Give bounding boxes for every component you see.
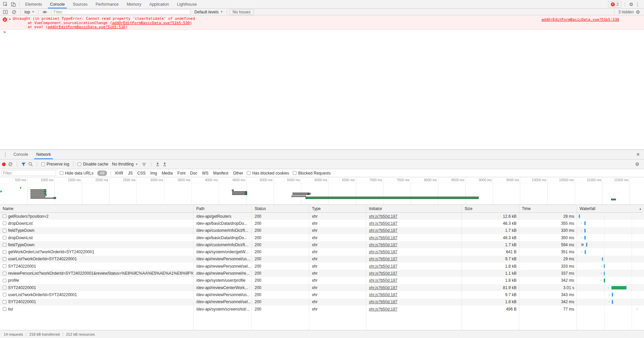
- cell-path[interactable]: /dev-api/reviewCenterWork...: [194, 284, 252, 291]
- cell-path[interactable]: /dev-api/system/order/getW...: [194, 248, 252, 255]
- cell-type[interactable]: xhr: [309, 227, 366, 234]
- request-row[interactable]: reviewPersonList?workOrderId=SYT24022000…: [0, 270, 644, 277]
- cell-status[interactable]: 200: [252, 227, 309, 234]
- initiator-link[interactable]: xhr.js?b50d:187: [369, 257, 397, 261]
- cell-initiator[interactable]: xhr.js?b50d:187: [366, 263, 462, 270]
- column-header-initiator[interactable]: Initiator: [366, 205, 462, 212]
- cell-time[interactable]: 343 ms: [519, 291, 577, 298]
- live-expression-eye-button[interactable]: [41, 9, 49, 15]
- column-header-waterfall[interactable]: Waterfall ▲: [577, 205, 644, 212]
- cell-initiator[interactable]: xhr.js?b50d:187: [366, 248, 462, 255]
- initiator-link[interactable]: xhr.js?b50d:187: [369, 235, 397, 240]
- cell-status[interactable]: 200: [252, 234, 309, 241]
- device-toolbar-button[interactable]: [9, 0, 17, 8]
- column-header-time[interactable]: Time: [519, 205, 577, 212]
- row-checkbox[interactable]: [3, 293, 6, 296]
- cell-time[interactable]: 594 ms: [519, 241, 577, 248]
- cell-status[interactable]: 200: [252, 298, 309, 306]
- throttling-selector[interactable]: No throttling ▼: [111, 162, 140, 166]
- cell-waterfall[interactable]: [577, 306, 644, 313]
- cell-size[interactable]: 46.3 kB: [462, 220, 519, 227]
- type-filter-item[interactable]: Img: [150, 171, 157, 176]
- cell-initiator[interactable]: xhr.js?b50d:187: [366, 220, 462, 227]
- console-prompt[interactable]: >: [0, 30, 644, 35]
- cell-initiator[interactable]: xhr.js?b50d:187: [366, 241, 462, 248]
- initiator-link[interactable]: xhr.js?b50d:187: [369, 264, 397, 269]
- cell-waterfall[interactable]: [577, 241, 644, 248]
- cell-initiator[interactable]: xhr.js?b50d:187: [366, 270, 462, 277]
- cell-size[interactable]: 9.7 kB: [462, 256, 519, 263]
- request-row[interactable]: fieldTypeDown /dev-api/customerInfoDict/…: [0, 227, 644, 234]
- row-checkbox[interactable]: [3, 300, 6, 304]
- cell-name[interactable]: dropDownList: [0, 220, 194, 227]
- column-header-path[interactable]: Path: [194, 205, 252, 212]
- cell-path[interactable]: /dev-api/reviewPersonnel/us...: [194, 291, 252, 298]
- row-checkbox[interactable]: [3, 257, 6, 261]
- error-count-badge[interactable]: ✕ 2: [608, 1, 622, 8]
- cell-path[interactable]: /dev-api/customerInfoDict/fi...: [194, 227, 252, 234]
- cell-path[interactable]: /dev-api/system/user/profile: [194, 277, 252, 284]
- row-checkbox[interactable]: [3, 221, 6, 225]
- cell-path[interactable]: /dev-api/getRouters: [194, 213, 252, 220]
- network-filter-input[interactable]: [1, 170, 56, 176]
- cell-type[interactable]: xhr: [309, 213, 366, 220]
- cell-time[interactable]: 351 ms: [519, 248, 577, 255]
- cell-waterfall[interactable]: [577, 213, 644, 220]
- row-checkbox[interactable]: [3, 307, 6, 311]
- preserve-log-checkbox[interactable]: Preserve log: [41, 162, 69, 166]
- log-level-selector[interactable]: Default levels ▼: [193, 10, 224, 14]
- row-checkbox[interactable]: [3, 279, 6, 282]
- cell-path[interactable]: /dev-api/reviewPersonnel/us...: [194, 256, 252, 263]
- request-row[interactable]: profile /dev-api/system/user/profile 200…: [0, 277, 644, 284]
- cell-time[interactable]: 350 ms: [519, 234, 577, 241]
- cell-waterfall[interactable]: [577, 248, 644, 255]
- cell-size[interactable]: 12.6 kB: [462, 213, 519, 220]
- cell-status[interactable]: 200: [252, 270, 309, 277]
- initiator-link[interactable]: xhr.js?b50d:187: [369, 271, 397, 276]
- cell-type[interactable]: xhr: [309, 270, 366, 277]
- cell-type[interactable]: xhr: [309, 220, 366, 227]
- cell-waterfall[interactable]: [577, 270, 644, 277]
- issues-button[interactable]: No Issues: [229, 9, 254, 15]
- cell-time[interactable]: 28 ms: [519, 213, 577, 220]
- cell-size[interactable]: 9.7 kB: [462, 291, 519, 298]
- drawer-tab-network[interactable]: Network: [32, 150, 55, 159]
- type-filter-all[interactable]: All: [97, 171, 107, 176]
- filter-funnel-icon[interactable]: [21, 162, 26, 166]
- cell-status[interactable]: 200: [252, 284, 309, 291]
- network-settings-gear-icon[interactable]: ⚙: [635, 162, 639, 166]
- expand-triangle-icon[interactable]: ▶: [9, 18, 11, 20]
- request-row[interactable]: SYT240220001 /dev-api/reviewPersonnel/se…: [0, 263, 644, 270]
- tab-lighthouse[interactable]: Lighthouse: [173, 0, 201, 8]
- cell-name[interactable]: userList?workOrderId=SYT240220001: [0, 256, 194, 263]
- request-row[interactable]: dropDownList /dev-api/basicData/dropDo..…: [0, 234, 644, 241]
- type-filter-item[interactable]: CSS: [137, 171, 146, 176]
- cell-type[interactable]: xhr: [309, 256, 366, 263]
- row-checkbox[interactable]: [3, 236, 6, 240]
- cell-size[interactable]: 81.9 kB: [462, 284, 519, 291]
- import-har-icon[interactable]: [155, 162, 160, 166]
- cell-type[interactable]: xhr: [309, 241, 366, 248]
- drawer-tab-console[interactable]: Console: [9, 150, 32, 159]
- cell-size[interactable]: 1.8 kB: [462, 263, 519, 270]
- request-row[interactable]: getRouters?position=2 /dev-api/getRouter…: [0, 213, 644, 220]
- kebab-menu-icon[interactable]: ⋮: [635, 2, 640, 7]
- cell-type[interactable]: xhr: [309, 291, 366, 298]
- cell-time[interactable]: 29 ms: [519, 256, 577, 263]
- cell-time[interactable]: 3.01 s: [519, 284, 577, 291]
- tab-console[interactable]: Console: [46, 0, 69, 8]
- cell-type[interactable]: xhr: [309, 277, 366, 284]
- tab-memory[interactable]: Memory: [123, 0, 145, 8]
- cell-time[interactable]: 342 ms: [519, 277, 577, 284]
- cell-time[interactable]: 342 ms: [519, 298, 577, 306]
- type-filter-item[interactable]: Doc: [190, 171, 197, 176]
- initiator-link[interactable]: xhr.js?b50d:187: [369, 221, 397, 226]
- cell-waterfall[interactable]: [577, 284, 644, 291]
- cell-status[interactable]: 200: [252, 256, 309, 263]
- cell-name[interactable]: fieldTypeDown: [0, 227, 194, 234]
- blocked-requests-checkbox[interactable]: Blocked Requests: [293, 171, 331, 176]
- context-selector[interactable]: top ▼: [23, 10, 36, 14]
- cell-path[interactable]: /dev-api/system/screenshot/...: [194, 306, 252, 313]
- cell-time[interactable]: 337 ms: [519, 270, 577, 277]
- stack-frame-1-link[interactable]: addOrEditFormBasicData.vue?51b5:530: [112, 21, 190, 25]
